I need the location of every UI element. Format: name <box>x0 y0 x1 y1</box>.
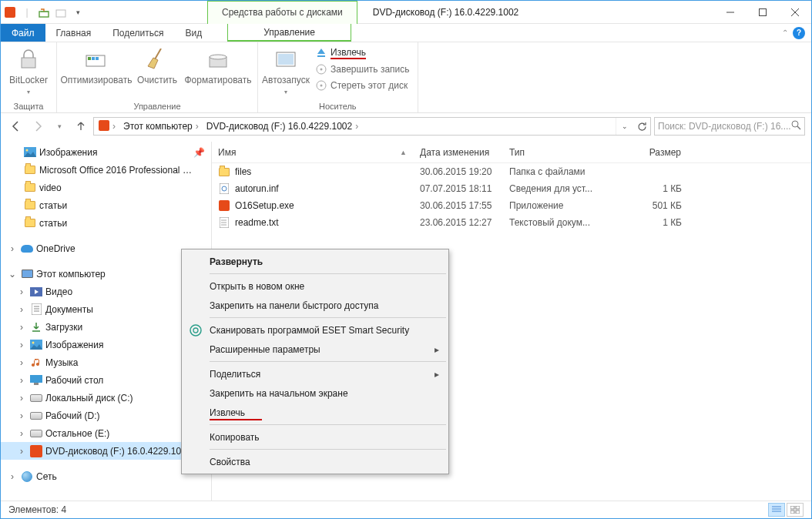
tree-item-images[interactable]: Изображения📌 <box>1 143 211 161</box>
tab-manage[interactable]: Управление <box>227 24 351 42</box>
file-name: O16Setup.exe <box>235 200 294 211</box>
expand-icon[interactable]: › <box>16 446 27 457</box>
new-folder-icon[interactable] <box>55 6 67 18</box>
ctx-share[interactable]: Поделиться▸ <box>183 364 447 383</box>
tab-home[interactable]: Главная <box>45 24 102 42</box>
view-details-button[interactable] <box>768 503 785 517</box>
autorun-icon <box>273 47 298 72</box>
close-button[interactable] <box>779 2 811 23</box>
dvd-icon <box>30 445 42 457</box>
tree-item-documents[interactable]: ›Документы <box>1 300 211 318</box>
tree-item-drive-e[interactable]: ›Остальное (E:) <box>1 424 211 442</box>
expand-icon[interactable]: › <box>16 340 27 350</box>
file-row[interactable]: autorun.inf07.07.2015 18:11Сведения для … <box>212 180 811 197</box>
search-icon[interactable] <box>791 120 801 132</box>
format-button[interactable]: Форматировать <box>183 45 253 85</box>
ctx-separator <box>210 424 446 425</box>
ctx-eject[interactable]: Извлечь <box>183 403 447 422</box>
optimize-button[interactable]: Оптимизировать <box>62 45 131 85</box>
ctx-new-window[interactable]: Открыть в новом окне <box>183 276 447 296</box>
address-bar[interactable]: › Этот компьютер› DVD-дисковод (F:) 16.0… <box>93 117 651 136</box>
column-type[interactable]: Тип <box>503 147 619 158</box>
tree-item-downloads[interactable]: ›Загрузки <box>1 318 211 336</box>
tree-item-network[interactable]: ›Сеть <box>1 467 211 485</box>
back-button[interactable] <box>7 117 25 136</box>
address-dropdown[interactable]: ⌄ <box>616 118 633 135</box>
svg-rect-40 <box>219 200 230 211</box>
search-input[interactable]: Поиск: DVD-дисковод (F:) 16.... <box>654 117 805 136</box>
expand-icon[interactable]: › <box>16 357 27 368</box>
history-dropdown[interactable]: ▾ <box>50 117 69 136</box>
view-large-button[interactable] <box>787 503 804 517</box>
ctx-pin-quick[interactable]: Закрепить на панели быстрого доступа <box>183 296 447 315</box>
crumb-drive[interactable]: DVD-дисковод (F:) 16.0.4229.1002› <box>202 118 362 135</box>
ctx-copy[interactable]: Копировать <box>183 427 447 447</box>
tree-item-msoffice[interactable]: Microsoft Office 2016 Professional Plus <box>1 161 211 179</box>
minimize-button[interactable] <box>714 2 747 23</box>
cleanup-button[interactable]: Очистить <box>134 45 180 85</box>
tab-file[interactable]: Файл <box>1 24 45 42</box>
svg-rect-16 <box>278 54 294 65</box>
ribbon-expand-icon[interactable]: ⌃ <box>782 28 788 37</box>
tree-item-local-c[interactable]: ›Локальный диск (C:) <box>1 389 211 407</box>
navigation-tree: Изображения📌 Microsoft Office 2016 Profe… <box>1 142 212 501</box>
file-row[interactable]: readme.txt23.06.2015 12:27Текстовый доку… <box>212 214 811 231</box>
forward-button[interactable] <box>29 117 47 136</box>
maximize-button[interactable] <box>747 2 779 23</box>
properties-icon[interactable] <box>38 6 50 18</box>
collapse-icon[interactable]: ⌄ <box>7 269 18 280</box>
tree-item-stati2[interactable]: статьи <box>1 214 211 232</box>
submenu-arrow-icon: ▸ <box>435 369 439 380</box>
expand-icon[interactable]: › <box>7 243 18 254</box>
ribbon-group-media: Автозапуск▾ Извлечь Завершить запись Сте… <box>258 42 418 112</box>
expand-icon[interactable]: › <box>16 286 27 297</box>
tab-view[interactable]: Вид <box>174 24 213 42</box>
tree-item-dvd[interactable]: ›DVD-дисковод (F:) 16.0.4229.1002 <box>1 442 211 460</box>
file-row[interactable]: files30.06.2015 19:20Папка с файлами <box>212 163 811 180</box>
help-icon[interactable]: ? <box>793 27 805 39</box>
column-date[interactable]: Дата изменения <box>414 147 503 158</box>
status-bar: Элементов: 4 <box>1 501 811 518</box>
bitlocker-button[interactable]: BitLocker▾ <box>5 45 52 96</box>
crumb-root[interactable]: › <box>94 118 119 135</box>
expand-icon[interactable]: › <box>16 428 27 439</box>
tree-item-stati1[interactable]: статьи <box>1 196 211 214</box>
file-icon <box>218 166 230 178</box>
crumb-this-pc[interactable]: Этот компьютер› <box>119 118 202 135</box>
tree-item-video[interactable]: video <box>1 179 211 196</box>
qat-dropdown-icon[interactable]: ▾ <box>72 6 84 18</box>
expand-icon[interactable]: › <box>7 471 18 482</box>
erase-button[interactable]: Стереть этот диск <box>312 78 413 93</box>
ctx-extended[interactable]: Расширенные параметры▸ <box>183 340 447 359</box>
ctx-properties[interactable]: Свойства <box>183 452 447 471</box>
expand-icon[interactable]: › <box>16 393 27 403</box>
refresh-button[interactable] <box>633 118 650 135</box>
ctx-eset-scan[interactable]: Сканировать программой ESET Smart Securi… <box>183 320 447 340</box>
tree-item-onedrive[interactable]: ›OneDrive <box>1 239 211 257</box>
tree-item-videos[interactable]: ›Видео <box>1 283 211 300</box>
folder-icon <box>24 217 36 229</box>
optimize-icon <box>84 47 109 72</box>
tree-item-drive-d[interactable]: ›Рабочий (D:) <box>1 407 211 424</box>
disc-icon <box>315 63 327 75</box>
tab-share[interactable]: Поделиться <box>102 24 174 42</box>
tree-item-pictures[interactable]: ›Изображения <box>1 336 211 353</box>
ctx-pin-start[interactable]: Закрепить на начальном экране <box>183 383 447 403</box>
eject-button[interactable]: Извлечь <box>312 45 413 61</box>
file-row[interactable]: O16Setup.exe30.06.2015 17:55Приложение50… <box>212 197 811 214</box>
up-button[interactable] <box>72 117 90 136</box>
ctx-expand[interactable]: Развернуть <box>183 252 447 271</box>
tree-item-desktop[interactable]: ›Рабочий стол <box>1 371 211 389</box>
underline-highlight <box>210 419 262 420</box>
expand-icon[interactable]: › <box>16 304 27 315</box>
sort-asc-icon: ▲ <box>400 149 407 156</box>
expand-icon[interactable]: › <box>16 410 27 421</box>
column-name[interactable]: Имя▲ <box>212 147 414 158</box>
tree-item-music[interactable]: ›Музыка <box>1 353 211 371</box>
expand-icon[interactable]: › <box>16 375 27 386</box>
autorun-button[interactable]: Автозапуск▾ <box>263 45 309 96</box>
tree-item-thispc[interactable]: ⌄Этот компьютер <box>1 265 211 283</box>
expand-icon[interactable]: › <box>16 322 27 333</box>
close-session-button[interactable]: Завершить запись <box>312 62 413 77</box>
column-size[interactable]: Размер <box>619 147 688 158</box>
